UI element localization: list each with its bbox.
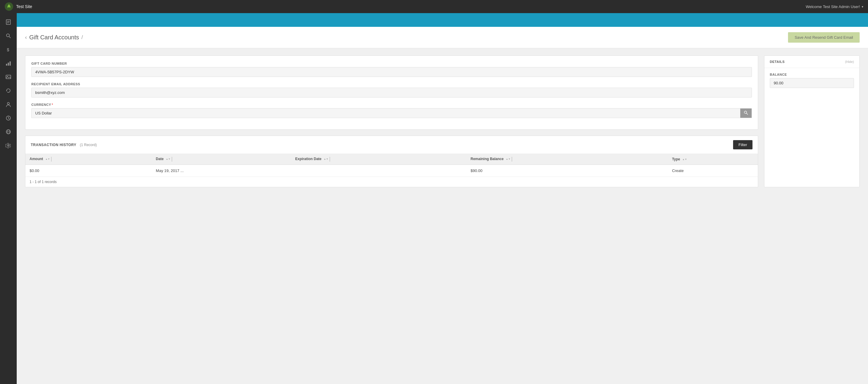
col-header-date[interactable]: Date ▲▼ — [152, 154, 291, 165]
currency-search-button[interactable] — [740, 108, 752, 118]
balance-label: Balance — [770, 73, 854, 76]
user-menu-chevron: ▾ — [862, 5, 863, 8]
col-remaining-label: Remaining Balance — [471, 157, 504, 161]
blue-banner — [17, 13, 868, 27]
col-sep-4 — [512, 157, 512, 162]
recipient-email-label: Recipient Email Address — [31, 82, 752, 86]
table-wrapper: Amount ▲▼ Date ▲▼ Expi — [25, 154, 758, 176]
save-resend-button[interactable]: Save And Resend Gift Card Email — [788, 32, 860, 43]
refresh-icon — [5, 88, 11, 94]
col-header-remaining[interactable]: Remaining Balance ▲▼ — [467, 154, 668, 165]
svg-line-6 — [9, 37, 11, 38]
sort-remaining-icon[interactable]: ▲▼ — [506, 158, 511, 161]
images-icon — [5, 74, 11, 80]
col-header-type[interactable]: Type ▲▼ — [668, 154, 758, 165]
revenue-icon: $ — [5, 46, 11, 53]
details-card: Details (Hide) Balance — [764, 56, 860, 187]
svg-rect-10 — [9, 61, 11, 66]
logo-icon — [5, 2, 13, 11]
left-column: Gift Card Number Recipient Email Address… — [25, 56, 758, 187]
cell-remaining: $90.00 — [467, 165, 668, 177]
settings-icon — [5, 142, 11, 148]
currency-input-group — [31, 108, 752, 118]
cell-type: Create — [668, 165, 758, 177]
filter-button[interactable]: Filter — [733, 140, 752, 149]
transaction-table: Amount ▲▼ Date ▲▼ Expi — [25, 154, 758, 176]
activity-icon — [5, 115, 11, 121]
balance-group: Balance — [770, 73, 854, 88]
details-header: Details (Hide) — [765, 56, 859, 68]
table-row: $0.00 May 19, 2017 ... $90.00 Create — [25, 165, 758, 177]
details-title: Details — [770, 60, 785, 64]
currency-group: Currency* — [31, 103, 752, 118]
svg-rect-9 — [8, 63, 9, 66]
site-name: Test Site — [16, 4, 32, 9]
svg-text:$: $ — [7, 47, 9, 52]
transaction-count: (1 Record) — [80, 143, 97, 147]
table-header: Amount ▲▼ Date ▲▼ Expi — [25, 154, 758, 165]
search-icon — [5, 33, 11, 39]
col-sep-2 — [172, 157, 172, 162]
svg-rect-8 — [6, 64, 7, 66]
details-body: Balance — [765, 68, 859, 98]
sidebar-item-settings[interactable] — [2, 139, 15, 152]
breadcrumb-parent: Gift Card Accounts — [29, 34, 79, 41]
col-header-expiration[interactable]: Expiration Date ▲▼ — [291, 154, 467, 165]
col-sep-3 — [330, 157, 330, 162]
details-hide-button[interactable]: (Hide) — [845, 60, 854, 64]
currency-label: Currency* — [31, 103, 752, 106]
sort-expiration-icon[interactable]: ▲▼ — [323, 158, 328, 161]
col-expiration-label: Expiration Date — [295, 157, 321, 161]
sidebar-item-search[interactable] — [2, 29, 15, 42]
balance-input[interactable] — [770, 78, 854, 88]
sidebar-item-globe[interactable] — [2, 125, 15, 138]
svg-line-20 — [746, 113, 748, 115]
user-greeting: Welcome Test Site Admin User! — [806, 4, 860, 9]
col-date-label: Date — [156, 157, 163, 161]
gift-card-number-input[interactable] — [31, 67, 752, 77]
sidebar-item-refresh[interactable] — [2, 84, 15, 97]
reports-icon — [5, 60, 11, 66]
transaction-header: Transaction History (1 Record) Filter — [25, 136, 758, 154]
breadcrumb-separator: / — [82, 34, 83, 40]
gift-card-number-label: Gift Card Number — [31, 62, 752, 65]
sidebar-item-images[interactable] — [2, 70, 15, 83]
svg-rect-11 — [6, 75, 11, 79]
gift-card-form-card: Gift Card Number Recipient Email Address… — [25, 56, 758, 130]
sidebar-item-orders[interactable] — [2, 15, 15, 29]
sort-type-icon[interactable]: ▲▼ — [682, 158, 687, 161]
breadcrumb-back-button[interactable]: ‹ — [25, 34, 27, 40]
col-header-amount[interactable]: Amount ▲▼ — [25, 154, 152, 165]
sidebar-item-revenue[interactable]: $ — [2, 43, 15, 56]
top-nav: Test Site Welcome Test Site Admin User! … — [0, 0, 868, 13]
table-body: $0.00 May 19, 2017 ... $90.00 Create — [25, 165, 758, 177]
gift-card-number-group: Gift Card Number — [31, 62, 752, 77]
col-sep-1 — [51, 157, 52, 162]
user-menu[interactable]: Welcome Test Site Admin User! ▾ — [806, 4, 863, 9]
users-icon — [5, 101, 11, 107]
currency-input[interactable] — [31, 108, 740, 118]
svg-point-18 — [8, 145, 9, 146]
cell-date: May 19, 2017 ... — [152, 165, 291, 177]
cell-expiration — [291, 165, 467, 177]
transaction-title-area: Transaction History (1 Record) — [31, 142, 97, 147]
sidebar: $ — [0, 13, 17, 384]
orders-icon — [5, 19, 11, 25]
currency-required-marker: * — [52, 103, 53, 106]
sidebar-item-activity[interactable] — [2, 111, 15, 125]
sort-amount-icon[interactable]: ▲▼ — [45, 158, 50, 161]
sidebar-item-reports[interactable] — [2, 57, 15, 70]
col-amount-label: Amount — [30, 157, 43, 161]
breadcrumb: ‹ Gift Card Accounts / — [25, 34, 83, 41]
svg-point-13 — [7, 103, 9, 105]
sort-date-icon[interactable]: ▲▼ — [166, 158, 170, 161]
recipient-email-group: Recipient Email Address — [31, 82, 752, 98]
transaction-history-section: Transaction History (1 Record) Filter Am… — [25, 136, 758, 187]
main-content: ‹ Gift Card Accounts / Save And Resend G… — [17, 13, 868, 384]
transaction-title: Transaction History — [31, 143, 76, 147]
table-footer: 1 - 1 of 1 records — [25, 176, 758, 187]
sidebar-item-users[interactable] — [2, 98, 15, 111]
brand: Test Site — [5, 2, 32, 11]
page-header: ‹ Gift Card Accounts / Save And Resend G… — [17, 27, 868, 48]
recipient-email-input[interactable] — [31, 88, 752, 98]
